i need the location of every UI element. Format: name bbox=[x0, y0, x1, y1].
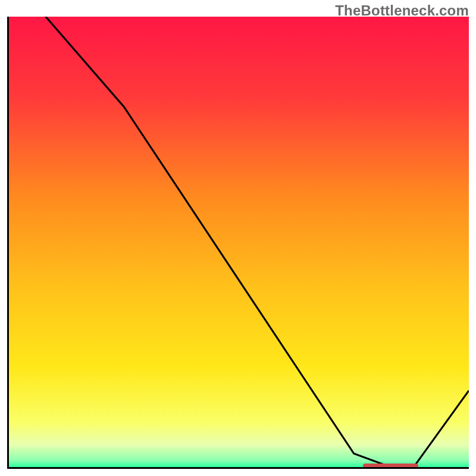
curve-layer bbox=[9, 17, 469, 467]
optimal-range-marker bbox=[363, 464, 418, 468]
plot-area bbox=[7, 17, 469, 469]
chart-stage: TheBottleneck.com bbox=[0, 0, 476, 476]
bottleneck-curve bbox=[9, 17, 469, 467]
